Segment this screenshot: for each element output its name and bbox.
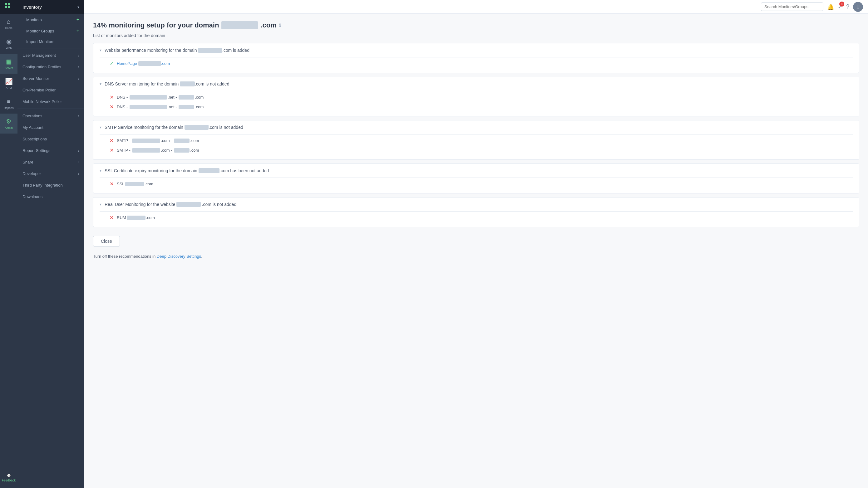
smtp-section-header: ▾ SMTP Service monitoring for the domain… — [93, 121, 859, 134]
chevron-right-icon-3: › — [78, 76, 79, 81]
smtp-blur-4 — [174, 148, 189, 153]
chevron-down-icon: ▾ — [78, 5, 79, 9]
sidebar-item-monitor-groups[interactable]: Monitor Groups + — [18, 25, 84, 36]
svg-rect-0 — [5, 3, 7, 5]
smtp-blur-3 — [132, 148, 160, 153]
nav-home[interactable]: ⌂ Home — [0, 14, 18, 34]
sidebar-item-monitors[interactable]: Monitors + — [18, 14, 84, 25]
ssl-items: ✕ SSL.com — [93, 178, 859, 193]
list-item: ✕ DNS - .net - .com — [110, 92, 853, 102]
homepage-link[interactable]: HomePage-███████.com — [117, 61, 170, 66]
svg-rect-3 — [8, 6, 10, 8]
x-icon-6: ✕ — [110, 215, 114, 221]
sidebar-item-downloads[interactable]: Downloads — [18, 191, 84, 202]
nav-web[interactable]: ◉ Web — [0, 34, 18, 54]
sidebar-item-share[interactable]: Share › — [18, 156, 84, 168]
search-input[interactable] — [761, 2, 823, 11]
deep-discovery-settings-link[interactable]: Deep Discovery Settings — [157, 254, 201, 259]
website-section: ▾ Website performance monitoring for the… — [93, 43, 859, 73]
chevron-right-icon-2: › — [78, 65, 79, 69]
dns-section-header: ▾ DNS Server monitoring for the domain █… — [93, 77, 859, 91]
sidebar-item-on-premise-poller[interactable]: On-Premise Poller — [18, 84, 84, 96]
sidebar-divider-1 — [18, 48, 84, 48]
sidebar-item-mobile-network-poller[interactable]: Mobile Network Poller — [18, 96, 84, 107]
website-items: ✓ HomePage-███████.com — [93, 57, 859, 73]
rum-blur-1 — [127, 216, 146, 220]
info-icon[interactable]: ℹ — [279, 23, 281, 28]
sidebar-item-my-account[interactable]: My Account — [18, 122, 84, 133]
list-item: ✕ DNS - .net - .com — [110, 102, 853, 112]
link-domain: ███████ — [138, 61, 161, 66]
list-item: ✕ SMTP - .com - .com — [110, 145, 853, 155]
chevron-right-icon-5: › — [78, 149, 79, 153]
content-area: 14% monitoring setup for your domain ███… — [84, 14, 868, 488]
server-icon: ▦ — [6, 58, 12, 65]
ssl-section-header: ▾ SSL Certificate expiry monitoring for … — [93, 164, 859, 177]
sidebar-item-subscriptions[interactable]: Subscriptions — [18, 133, 84, 145]
website-section-header: ▾ Website performance monitoring for the… — [93, 43, 859, 57]
nav-admin[interactable]: ⚙ Admin — [0, 113, 18, 134]
icon-nav: ⌂ Home ◉ Web ▦ Server 📈 APM ≡ Reports ⚙ … — [0, 0, 18, 488]
x-icon-4: ✕ — [110, 147, 114, 153]
smtp-domain: ███████ — [185, 125, 209, 130]
ssl-section: ▾ SSL Certificate expiry monitoring for … — [93, 163, 859, 193]
app-logo[interactable] — [0, 0, 18, 14]
sidebar-item-user-management[interactable]: User Management › — [18, 50, 84, 61]
avatar[interactable]: U — [853, 2, 863, 12]
list-description: List of monitors added for the domain : — [93, 33, 859, 38]
sidebar-item-config-profiles[interactable]: Configuration Profiles › — [18, 61, 84, 73]
svg-rect-1 — [8, 3, 10, 5]
x-icon-2: ✕ — [110, 104, 114, 110]
notification-badge: 3 — [839, 2, 844, 6]
plus-icon-2: + — [76, 28, 79, 34]
rum-domain: ███████ — [177, 202, 200, 207]
sidebar-item-import-monitors[interactable]: Import Monitors — [18, 36, 84, 47]
chevron-down-icon-5: ▾ — [100, 202, 101, 206]
feedback-button[interactable]: 💬 Feedback — [0, 468, 18, 488]
chevron-down-icon-4: ▾ — [100, 168, 101, 173]
sidebar-item-third-party[interactable]: Third Party Integration — [18, 180, 84, 191]
reports-icon: ≡ — [7, 98, 11, 105]
smtp-items: ✕ SMTP - .com - .com ✕ SMTP - .com - .co… — [93, 134, 859, 159]
dns-blur-4 — [179, 105, 194, 109]
dns-blur-2 — [179, 95, 194, 100]
nav-server[interactable]: ▦ Server — [0, 54, 18, 74]
admin-icon: ⚙ — [6, 118, 11, 125]
sidebar-item-report-settings[interactable]: Report Settings › — [18, 145, 84, 156]
smtp-blur-2 — [174, 138, 189, 143]
rum-section-header: ▾ Real User Monitoring for the website █… — [93, 197, 859, 211]
sidebar-inventory-header[interactable]: Inventory ▾ — [18, 0, 84, 14]
list-item: ✓ HomePage-███████.com — [110, 59, 853, 68]
rum-section: ▾ Real User Monitoring for the website █… — [93, 197, 859, 227]
sidebar: Inventory ▾ Monitors + Monitor Groups + … — [18, 0, 84, 488]
bell-icon[interactable]: 🔔 — [827, 3, 834, 10]
smtp-blur-1 — [132, 138, 160, 143]
feedback-icon: 💬 — [7, 474, 11, 478]
help-icon[interactable]: ? — [846, 3, 849, 10]
nav-reports[interactable]: ≡ Reports — [0, 94, 18, 113]
x-icon: ✕ — [110, 94, 114, 100]
dns-domain: ████ — [180, 82, 195, 87]
chevron-down-icon-3: ▾ — [100, 125, 101, 129]
apm-icon: 📈 — [5, 78, 13, 85]
website-domain: ███████ — [198, 48, 222, 53]
home-icon: ⌂ — [7, 18, 11, 25]
sidebar-item-operations[interactable]: Operations › — [18, 110, 84, 122]
sidebar-item-server-monitor[interactable]: Server Monitor › — [18, 73, 84, 84]
chevron-right-icon-4: › — [78, 114, 79, 118]
dns-section: ▾ DNS Server monitoring for the domain █… — [93, 77, 859, 117]
close-button[interactable]: Close — [93, 236, 120, 247]
chevron-down-icon: ▾ — [100, 48, 101, 53]
page-title: 14% monitoring setup for your domain ███… — [93, 21, 859, 29]
ssl-blur-1 — [125, 182, 144, 186]
chevron-right-icon: › — [78, 53, 79, 58]
sidebar-item-developer[interactable]: Developer › — [18, 168, 84, 180]
tasks-icon[interactable]: ✓ 3 — [838, 3, 842, 10]
list-item: ✕ RUM.com — [110, 213, 853, 223]
list-item: ✕ SMTP - .com - .com — [110, 136, 853, 145]
chevron-down-icon-2: ▾ — [100, 82, 101, 86]
domain-blur: ███████ — [221, 21, 258, 29]
dns-items: ✕ DNS - .net - .com ✕ DNS - .net - .com — [93, 91, 859, 116]
dns-blur-3 — [130, 105, 167, 109]
nav-apm[interactable]: 📈 APM — [0, 74, 18, 94]
